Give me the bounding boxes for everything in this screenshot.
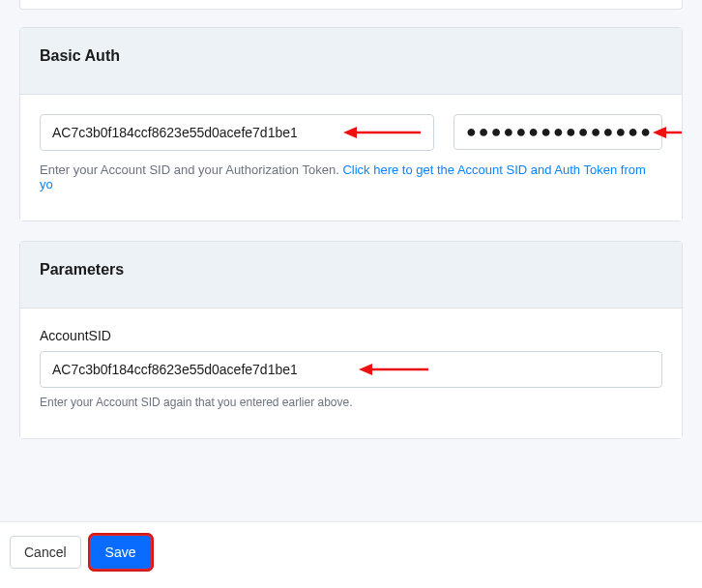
- account-sid-field-wrap: [40, 114, 434, 151]
- cancel-button[interactable]: Cancel: [10, 536, 81, 569]
- basic-auth-body: Enter your Account SID and your Authoriz…: [20, 95, 682, 220]
- basic-auth-card: Basic Auth: [19, 27, 683, 221]
- account-sid-input[interactable]: [40, 114, 434, 151]
- account-sid-param-label: AccountSID: [40, 328, 662, 343]
- auth-token-field-wrap: [453, 114, 662, 151]
- footer-bar: Cancel Save: [0, 521, 702, 588]
- parameters-card: Parameters AccountSID Enter your Account…: [19, 241, 683, 439]
- account-sid-param-helper: Enter your Account SID again that you en…: [40, 396, 662, 409]
- basic-auth-helper-text: Enter your Account SID and your Authoriz…: [40, 162, 342, 177]
- parameters-header: Parameters: [20, 242, 682, 309]
- basic-auth-header: Basic Auth: [20, 28, 682, 95]
- previous-card-bottom: [19, 0, 683, 10]
- save-button[interactable]: Save: [91, 536, 151, 569]
- parameters-title: Parameters: [40, 261, 662, 279]
- parameters-body: AccountSID Enter your Account SID again …: [20, 309, 682, 438]
- basic-auth-helper: Enter your Account SID and your Authoriz…: [40, 162, 662, 191]
- account-sid-param-input[interactable]: [40, 351, 662, 388]
- auth-token-input[interactable]: [453, 114, 662, 150]
- basic-auth-title: Basic Auth: [40, 47, 662, 65]
- account-sid-param-wrap: [40, 351, 662, 388]
- basic-auth-row: [40, 114, 662, 151]
